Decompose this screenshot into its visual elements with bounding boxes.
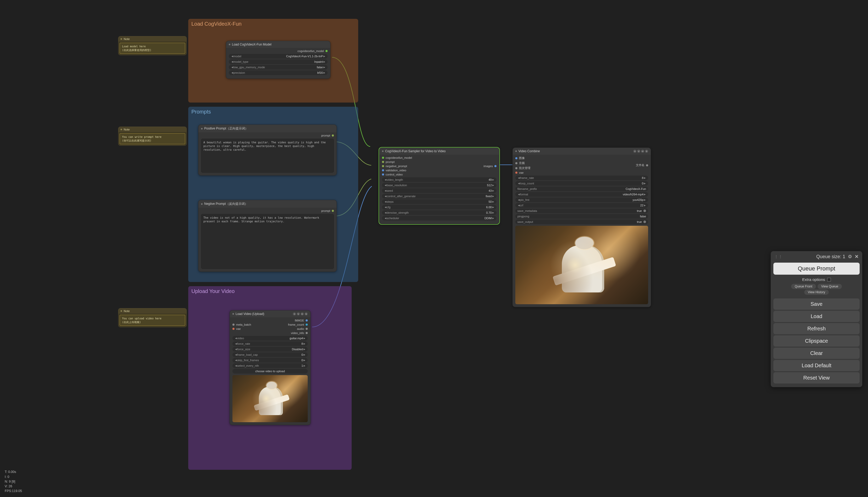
output-label: prompt [321, 209, 330, 212]
port-out[interactable] [306, 320, 308, 322]
note-body[interactable]: Load model here (在此选择要使用的模型) [119, 43, 185, 54]
widget-precision[interactable]: ◀precisionbf16▶ [229, 70, 328, 75]
view-queue-button[interactable]: View Queue [818, 284, 842, 289]
widget-denoise[interactable]: ◀denoise_strength0.70▶ [382, 210, 497, 215]
widget-force-rate[interactable]: ◀force_rate8▶ [232, 341, 308, 346]
note-upload[interactable]: Note You can upload video here (在此上传视频) [118, 308, 187, 327]
node-sampler[interactable]: CogVideoX-Fun Sampler for Video to Video… [379, 147, 499, 224]
port-in[interactable] [232, 328, 235, 330]
widget-cfg[interactable]: ◀cfg6.00▶ [382, 205, 497, 210]
choose-video-button[interactable]: choose video to upload [232, 369, 308, 373]
port-in[interactable] [515, 162, 517, 164]
port-in[interactable] [382, 161, 384, 163]
extra-options-label: Extra options [802, 277, 825, 282]
widget-base-resolution[interactable]: ◀base_resolution512▶ [382, 183, 497, 187]
port-in[interactable] [232, 324, 235, 326]
widget-force-size[interactable]: ◀force_sizeDisabled▶ [232, 347, 308, 352]
widget-cag[interactable]: ◀control_after_generatefixed▶ [382, 194, 497, 199]
badge-icon: S [305, 312, 308, 315]
refresh-button[interactable]: Refresh [774, 323, 859, 334]
port-in[interactable] [515, 167, 517, 169]
queue-prompt-button[interactable]: Queue Prompt [774, 262, 859, 275]
node-negative-prompt[interactable]: Negtive Prompt（反向提示词） prompt The video i… [198, 200, 337, 272]
widget-pingpong[interactable]: pingpongfalse [515, 214, 648, 219]
widget-scheduler[interactable]: ◀schedulerDDIM▶ [382, 216, 497, 221]
badge-icon: V [297, 312, 300, 315]
port-in[interactable] [515, 172, 517, 174]
port-out[interactable] [332, 210, 334, 212]
widget-model-type[interactable]: ◀model_typeInpaint▶ [229, 59, 328, 64]
reset-view-button[interactable]: Reset View [774, 372, 859, 383]
port-out[interactable] [332, 134, 334, 137]
badge-icon: ⎋ [633, 150, 636, 153]
widget-model[interactable]: ◀modelCogVideoX-Fun-V1.1-2b-InP▶ [229, 54, 328, 59]
widget-format[interactable]: ◀formatvideo/h264-mp4▶ [515, 192, 648, 197]
node-title: Video Combine [518, 150, 540, 153]
video-preview[interactable] [515, 226, 648, 304]
widget-lowmem[interactable]: ◀low_gpu_memory_modefalse▶ [229, 65, 328, 70]
badge-icon: ⎋ [293, 312, 296, 315]
note-title: Note [124, 38, 130, 41]
port-out[interactable] [306, 328, 308, 330]
node-load-video[interactable]: Load Video (Upload) ⎋ V H S meta_batch v… [230, 310, 311, 425]
port-out[interactable] [306, 324, 308, 326]
note-title: Note [124, 310, 130, 313]
drag-handle-icon[interactable]: ⋮⋮ [775, 255, 783, 259]
video-preview[interactable] [232, 375, 308, 422]
save-button[interactable]: Save [774, 298, 859, 310]
port-in[interactable] [515, 157, 517, 159]
textarea-positive[interactable]: A beautiful woman is playing the guitar.… [201, 139, 334, 173]
wire-layer [0, 0, 868, 497]
widget-save-output[interactable]: save_outputtrue [515, 219, 648, 224]
gear-icon[interactable]: ⚙ [848, 254, 852, 259]
widget-crf[interactable]: ◀crf22▶ [515, 203, 648, 208]
port-out[interactable] [646, 164, 648, 166]
load-default-button[interactable]: Load Default [774, 360, 859, 371]
note-load[interactable]: Note Load model here (在此选择要使用的模型) [118, 36, 187, 55]
widget-loopcount[interactable]: ◀loop_count0▶ [515, 181, 648, 186]
node-title: Positive Prompt（正向提示词） [204, 126, 248, 131]
widget-framerate[interactable]: ◀frame_rate8▶ [515, 175, 648, 180]
view-history-button[interactable]: View History [804, 289, 829, 295]
badge-icon: H [301, 312, 304, 315]
group-upload-title: Upload Your Video [191, 287, 349, 296]
load-button[interactable]: Load [774, 311, 859, 322]
badge-icon: H [641, 150, 644, 153]
note-body[interactable]: You can upload video here (在此上传视频) [119, 315, 185, 326]
widget-prefix[interactable]: filename_prefixCogVideoX-Fun [515, 186, 648, 191]
port-in[interactable] [382, 169, 384, 171]
node-title: CogVideoX-Fun Sampler for Video to Video [385, 150, 445, 153]
widget-seed[interactable]: ◀seed43▶ [382, 188, 497, 193]
output-label: cogvideoxfun_model [297, 49, 324, 53]
close-icon[interactable]: ✕ [855, 254, 858, 259]
node-video-combine[interactable]: Video Combine ⎋ V H S 图像 音频 批次管理 vae 文件名 [512, 147, 651, 307]
node-positive-prompt[interactable]: Positive Prompt（正向提示词） prompt A beautifu… [198, 125, 337, 175]
widget-video-length[interactable]: ◀video_length49▶ [382, 178, 497, 182]
port-in[interactable] [382, 165, 384, 167]
control-panel[interactable]: ⋮⋮ Queue size: 1 ⚙ ✕ Queue Prompt Extra … [771, 251, 862, 387]
widget-skip-first[interactable]: ◀skip_first_frames0▶ [232, 358, 308, 363]
node-load-model[interactable]: Load CogVideoX-Fun Model cogvideoxfun_mo… [226, 41, 330, 79]
widget-frame-load-cap[interactable]: ◀frame_load_cap0▶ [232, 352, 308, 357]
port-in[interactable] [382, 157, 384, 159]
note-prompts[interactable]: Note You can write prompt here (你可以在此填写提… [118, 127, 187, 146]
widget-steps[interactable]: ◀steps50▶ [382, 199, 497, 204]
widget-select-nth[interactable]: ◀select_every_nth1▶ [232, 363, 308, 368]
widget-video[interactable]: ◀videoguitar.mp4▶ [232, 336, 308, 341]
port-in[interactable] [382, 173, 384, 175]
textarea-negative[interactable]: The video is not of a high quality, it h… [201, 214, 334, 269]
node-head-icons: ⎋ V H S [293, 312, 308, 315]
badge-icon: S [645, 150, 648, 153]
clipspace-button[interactable]: Clipspace [774, 335, 859, 346]
note-body[interactable]: You can write prompt here (你可以在此填写提示词) [119, 133, 185, 144]
widget-save-metadata[interactable]: save_metadatatrue [515, 209, 648, 213]
port-out[interactable] [306, 332, 308, 334]
clear-button[interactable]: Clear [774, 347, 859, 359]
node-title: Load Video (Upload) [236, 312, 264, 316]
widget-pixfmt[interactable]: ◀pix_fmtyuv420p▶ [515, 198, 648, 202]
extra-options-checkbox[interactable] [827, 278, 831, 282]
queue-front-button[interactable]: Queue Front [791, 284, 816, 289]
port-out[interactable] [495, 165, 497, 167]
node-head-icons: ⎋ V H S [633, 150, 648, 153]
port-out[interactable] [325, 50, 328, 52]
